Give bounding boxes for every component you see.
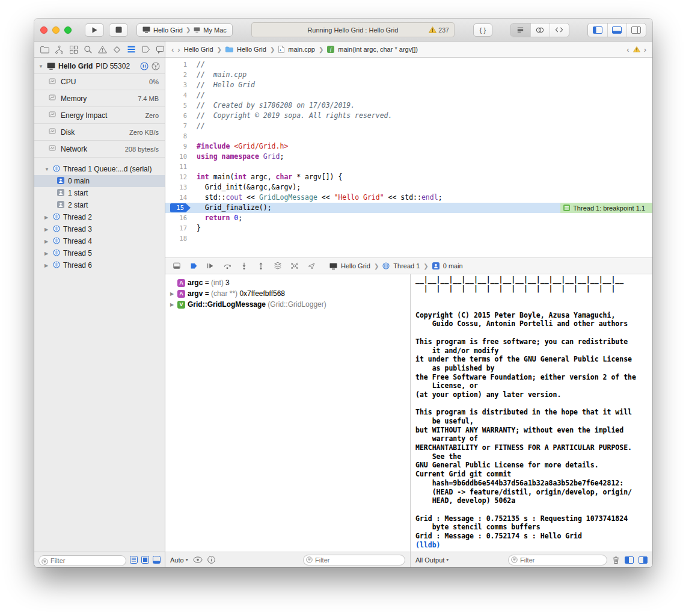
thread-row[interactable]: ▶ Thread 4 (34, 235, 165, 247)
back-icon[interactable]: ‹ (171, 46, 174, 54)
gutter[interactable]: 15 (165, 203, 193, 213)
toggle-debug-area-button[interactable] (607, 23, 626, 37)
jump-bar-file[interactable]: main.cpp (288, 46, 315, 53)
variable-row[interactable]: ▶ A argv = (char **) 0x7ffeefbff568 (165, 288, 410, 299)
gauge-row-energy-impact[interactable]: Energy Impact Zero (34, 107, 165, 124)
thread-row[interactable]: ▶ Thread 3 (34, 223, 165, 235)
console-scope-popup[interactable]: All Output▾ (415, 556, 449, 564)
assistant-editor-button[interactable] (530, 23, 550, 37)
gutter[interactable]: 10 (165, 152, 193, 162)
console-output[interactable]: __|__|__|__|__|__|__|__|__|__|__|__|__|_… (411, 274, 652, 552)
gutter[interactable]: 3 (165, 80, 193, 90)
disclosure-right-icon[interactable]: ▶ (44, 227, 50, 232)
code-line-17[interactable]: 17} (165, 223, 652, 233)
gutter[interactable]: 5 (165, 100, 193, 111)
forward-icon[interactable]: › (177, 46, 180, 54)
step-into-icon[interactable] (239, 261, 249, 271)
warning-icon[interactable] (633, 46, 640, 52)
breakpoint-navigator-icon[interactable] (141, 45, 150, 54)
debug-breadcrumb-frame[interactable]: 0 main (443, 262, 463, 270)
clear-console-icon[interactable] (612, 556, 620, 564)
warning-count-badge[interactable]: 237 (429, 23, 449, 37)
breakpoint-marker[interactable]: 15 (170, 203, 191, 212)
gutter[interactable]: 8 (165, 131, 193, 141)
code-line-5[interactable]: 5// Created by s1786208 on 17/03/2019. (165, 100, 652, 111)
continue-icon[interactable] (206, 261, 215, 271)
variable-row[interactable]: A argc = (int) 3 (165, 277, 410, 288)
process-row[interactable]: ▼ Hello Grid PID 55302 (34, 58, 165, 73)
standard-editor-button[interactable] (511, 23, 530, 37)
jump-bar-project[interactable]: Hello Grid (184, 46, 213, 53)
version-editor-button[interactable] (550, 23, 569, 37)
debug-navigator-icon[interactable] (126, 45, 136, 54)
code-line-4[interactable]: 4// (165, 90, 652, 100)
gutter[interactable]: 7 (165, 121, 193, 131)
code-line-7[interactable]: 7// (165, 121, 652, 131)
debug-breadcrumb-app[interactable]: Hello Grid (341, 262, 370, 270)
gutter[interactable]: 2 (165, 70, 193, 80)
symbol-navigator-icon[interactable] (69, 45, 78, 54)
run-button[interactable] (85, 23, 104, 37)
code-line-15[interactable]: 15 Grid_finalize();Thread 1: breakpoint … (165, 203, 652, 213)
memory-graph-process-icon[interactable] (152, 62, 160, 70)
info-icon[interactable] (207, 556, 215, 564)
gutter[interactable]: 6 (165, 111, 193, 121)
console-filter-field[interactable] (508, 555, 607, 565)
pause-process-icon[interactable] (140, 62, 149, 70)
minimize-window-button[interactable] (52, 26, 60, 34)
code-line-8[interactable]: 8 (165, 131, 652, 141)
scheme-selector[interactable]: Hello Grid ❯ My Mac (136, 23, 233, 37)
variables-filter-field[interactable] (303, 555, 405, 565)
disclosure-down-icon[interactable]: ▼ (44, 167, 50, 172)
variables-scope-popup[interactable]: Auto▾ (170, 556, 188, 564)
show-threads-toggle-icon[interactable] (141, 556, 149, 564)
gutter[interactable]: 1 (165, 60, 193, 70)
jump-bar-symbol[interactable]: main(int argc, char * argv[]) (338, 46, 418, 53)
toggle-navigator-button[interactable] (588, 23, 607, 37)
thread-row[interactable]: ▼ Thread 1 Queue:...d (serial) (34, 163, 165, 175)
thread-row[interactable]: ▶ Thread 2 (34, 211, 165, 223)
gutter[interactable]: 4 (165, 90, 193, 100)
gutter[interactable]: 11 (165, 162, 193, 172)
code-line-2[interactable]: 2// main.cpp (165, 70, 652, 80)
find-navigator-icon[interactable] (83, 45, 93, 54)
gauge-row-cpu[interactable]: CPU 0% (34, 73, 165, 90)
disclosure-right-icon[interactable]: ▶ (44, 239, 50, 244)
gauge-row-memory[interactable]: Memory 7.4 MB (34, 90, 165, 107)
stack-frame-row[interactable]: 0 main (34, 175, 165, 187)
disclosure-right-icon[interactable]: ▶ (44, 263, 50, 268)
show-variables-view-icon[interactable] (625, 556, 634, 564)
code-line-6[interactable]: 6// Copyright © 2019 sopa. All rights re… (165, 111, 652, 121)
disclosure-down-icon[interactable]: ▼ (38, 64, 44, 69)
source-control-navigator-icon[interactable] (54, 45, 64, 54)
code-line-9[interactable]: 9#include <Grid/Grid.h> (165, 141, 652, 152)
disclosure-right-icon[interactable]: ▶ (169, 291, 175, 297)
breakpoints-toggle-icon[interactable] (189, 261, 198, 271)
step-over-icon[interactable] (222, 261, 232, 271)
debug-breadcrumb-thread[interactable]: Thread 1 (393, 262, 420, 270)
simulate-location-icon[interactable] (307, 261, 316, 271)
project-navigator-icon[interactable] (40, 45, 49, 54)
jump-bar-group[interactable]: Hello Grid (237, 46, 266, 53)
gutter[interactable]: 17 (165, 223, 193, 233)
thread-row[interactable]: ▶ Thread 5 (34, 247, 165, 259)
show-console-view-icon[interactable] (639, 556, 648, 564)
view-hierarchy-icon[interactable] (273, 261, 283, 271)
source-editor[interactable]: 1// 2// main.cpp 3// Hello Grid 4// 5// … (165, 58, 652, 257)
previous-issue-icon[interactable]: ‹ (626, 46, 629, 54)
gutter[interactable]: 18 (165, 233, 193, 244)
disclosure-right-icon[interactable]: ▶ (169, 302, 175, 307)
code-line-1[interactable]: 1// (165, 60, 652, 70)
gauge-row-disk[interactable]: Disk Zero KB/s (34, 124, 165, 141)
report-navigator-icon[interactable] (155, 45, 165, 54)
test-navigator-icon[interactable] (112, 45, 121, 54)
quick-look-icon[interactable] (193, 556, 203, 563)
show-gauges-toggle-icon[interactable] (130, 556, 138, 564)
gutter[interactable]: 14 (165, 192, 193, 203)
navigator-filter-field[interactable] (38, 555, 126, 565)
code-line-12[interactable]: 12int main(int argc, char * argv[]) { (165, 172, 652, 182)
memory-graph-icon[interactable] (290, 261, 299, 271)
code-line-13[interactable]: 13 Grid_init(&argc,&argv); (165, 182, 652, 192)
gauge-row-network[interactable]: Network 208 bytes/s (34, 141, 165, 158)
next-issue-icon[interactable]: › (644, 46, 646, 54)
